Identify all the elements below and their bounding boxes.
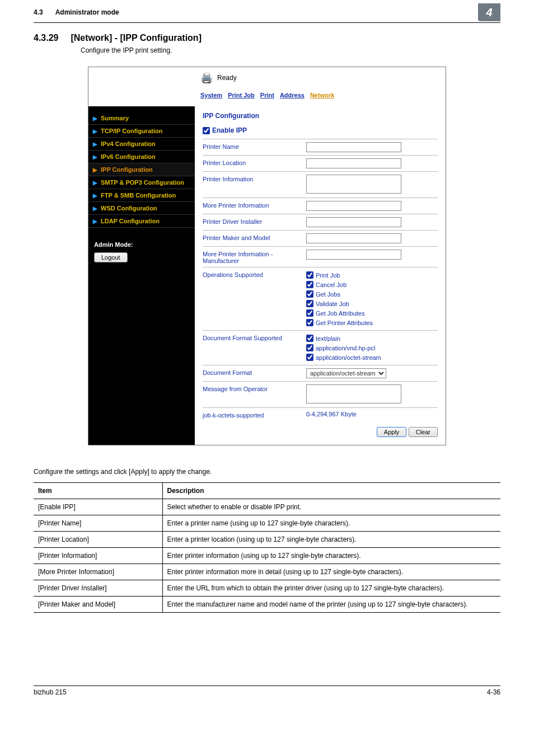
chk-validate-job[interactable] bbox=[306, 300, 313, 307]
chk-label: application/octet-stream bbox=[316, 354, 381, 361]
table-row: [Printer Driver Installer]Enter the URL … bbox=[34, 580, 500, 597]
tabs-row: System Print Job Print Address Network bbox=[200, 92, 440, 98]
content-pane: IPP Configuration Enable IPP Printer Nam… bbox=[195, 106, 446, 445]
label-more-printer-info: More Printer Information bbox=[203, 201, 306, 209]
configure-instruction: Configure the settings and click [Apply]… bbox=[34, 468, 500, 476]
chk-label: Print Job bbox=[316, 272, 340, 279]
enable-ipp-row: Enable IPP bbox=[203, 125, 438, 135]
td-item: [Enable IPP] bbox=[34, 499, 162, 515]
section-heading: 4.3.29 [Network] - [IPP Configuration] bbox=[34, 33, 500, 43]
clear-button[interactable]: Clear bbox=[409, 427, 438, 437]
row-more-printer-info: More Printer Information bbox=[203, 198, 438, 214]
value-job-k-octets: 0-4,294,967 Kbyte bbox=[306, 411, 438, 417]
sidebar-item-ipv4[interactable]: ▶IPv4 Configuration bbox=[88, 138, 195, 151]
row-docfmt-select: Document Format application/octet-stream bbox=[203, 365, 438, 381]
chk-label: Validate Job bbox=[316, 300, 349, 307]
input-more-info-manuf[interactable] bbox=[306, 250, 401, 260]
label-driver-installer: Printer Driver Installer bbox=[203, 217, 306, 225]
enable-ipp-label: Enable IPP bbox=[212, 126, 247, 134]
chk-vnd-hp-pcl[interactable] bbox=[306, 344, 313, 351]
footer-left: bizhub 215 bbox=[34, 688, 67, 696]
input-maker-model[interactable] bbox=[306, 233, 401, 243]
chevron-right-icon: ▶ bbox=[93, 205, 97, 212]
row-printer-name: Printer Name bbox=[203, 139, 438, 155]
chk-text-plain[interactable] bbox=[306, 335, 313, 342]
sidebar-item-summary[interactable]: ▶Summary bbox=[88, 112, 195, 125]
input-driver-installer[interactable] bbox=[306, 217, 401, 227]
sidebar-item-wsd[interactable]: ▶WSD Configuration bbox=[88, 202, 195, 215]
th-item: Item bbox=[34, 483, 162, 499]
label-printer-location: Printer Location bbox=[203, 158, 306, 166]
chk-label: Cancel Job bbox=[316, 281, 346, 288]
sidebar-item-label: LDAP Configuration bbox=[101, 218, 160, 224]
sidebar-item-label: IPv4 Configuration bbox=[101, 140, 156, 147]
th-desc: Description bbox=[162, 483, 500, 499]
sidebar-item-label: SMTP & POP3 Configuration bbox=[101, 179, 184, 186]
input-message-operator[interactable] bbox=[306, 384, 401, 403]
input-printer-name[interactable] bbox=[306, 142, 401, 152]
chevron-right-icon: ▶ bbox=[93, 154, 97, 160]
chk-octet-stream[interactable] bbox=[306, 354, 313, 361]
table-row: [Printer Maker and Model]Enter the manuf… bbox=[34, 597, 500, 613]
status-ready-label: Ready bbox=[217, 74, 237, 82]
table-row: [Enable IPP]Select whether to enable or … bbox=[34, 499, 500, 515]
section-number: 4.3.29 bbox=[34, 33, 58, 43]
admin-mode-label: Admin Mode: bbox=[88, 228, 195, 252]
button-row: Apply Clear bbox=[203, 421, 438, 437]
input-more-printer-info[interactable] bbox=[306, 201, 401, 211]
td-desc: Enter the URL from which to obtain the p… bbox=[162, 580, 500, 597]
sidebar-item-label: IPv6 Configuration bbox=[101, 153, 156, 160]
page-footer: bizhub 215 4-36 bbox=[34, 685, 500, 696]
row-job-k-octets: job-k-octets-supported 0-4,294,967 Kbyte bbox=[203, 407, 438, 421]
sidebar-item-ipv6[interactable]: ▶IPv6 Configuration bbox=[88, 151, 195, 163]
description-table: Item Description [Enable IPP]Select whet… bbox=[34, 482, 500, 613]
td-item: [Printer Maker and Model] bbox=[34, 597, 162, 613]
sidebar-item-smtp-pop3[interactable]: ▶SMTP & POP3 Configuration bbox=[88, 176, 195, 189]
td-desc: Enter a printer location (using up to 12… bbox=[162, 532, 500, 548]
td-item: [Printer Name] bbox=[34, 515, 162, 532]
chevron-right-icon: ▶ bbox=[93, 115, 97, 121]
label-message-operator: Message from Operator bbox=[203, 384, 306, 392]
tab-print[interactable]: Print bbox=[260, 92, 274, 98]
chk-get-printer-attr[interactable] bbox=[306, 319, 313, 326]
input-printer-information[interactable] bbox=[306, 175, 401, 194]
select-docfmt[interactable]: application/octet-stream bbox=[306, 368, 386, 378]
input-printer-location[interactable] bbox=[306, 158, 401, 168]
content-heading: IPP Configuration bbox=[203, 112, 438, 120]
chevron-right-icon: ▶ bbox=[93, 218, 97, 224]
chk-cancel-job[interactable] bbox=[306, 281, 313, 288]
logout-button[interactable]: Logout bbox=[94, 252, 128, 262]
row-maker-model: Printer Maker and Model bbox=[203, 230, 438, 246]
sidebar-item-ipp[interactable]: ▶IPP Configuration bbox=[88, 163, 195, 176]
tab-address[interactable]: Address bbox=[280, 92, 305, 98]
row-printer-location: Printer Location bbox=[203, 155, 438, 171]
sidebar-item-ldap[interactable]: ▶LDAP Configuration bbox=[88, 215, 195, 228]
row-driver-installer: Printer Driver Installer bbox=[203, 214, 438, 230]
chevron-right-icon: ▶ bbox=[93, 180, 97, 186]
td-item: [Printer Driver Installer] bbox=[34, 580, 162, 597]
table-row: [More Printer Information]Enter printer … bbox=[34, 564, 500, 580]
chk-get-jobs[interactable] bbox=[306, 290, 313, 298]
apply-button[interactable]: Apply bbox=[377, 427, 407, 437]
row-docfmt-supported: Document Format Supported text/plain app… bbox=[203, 330, 438, 365]
label-printer-information: Printer Information bbox=[203, 175, 306, 182]
tab-network[interactable]: Network bbox=[310, 92, 334, 98]
sidebar-item-ftp-smb[interactable]: ▶FTP & SMB Configuration bbox=[88, 189, 195, 202]
printer-icon: 🖨️ bbox=[200, 72, 213, 84]
sidebar-item-label: Summary bbox=[101, 115, 129, 121]
row-ops-supported: Operations Supported Print Job Cancel Jo… bbox=[203, 267, 438, 330]
tab-print-job[interactable]: Print Job bbox=[228, 92, 255, 98]
sidebar-item-tcpip[interactable]: ▶TCP/IP Configuration bbox=[88, 125, 195, 138]
td-desc: Enter printer information (using up to 1… bbox=[162, 548, 500, 564]
td-desc: Select whether to enable or disable IPP … bbox=[162, 499, 500, 515]
row-more-info-manuf: More Printer Information - Manufacturer bbox=[203, 246, 438, 267]
enable-ipp-checkbox[interactable] bbox=[203, 127, 210, 134]
label-docfmt-supported: Document Format Supported bbox=[203, 334, 306, 341]
td-desc: Enter the manufacturer name and model na… bbox=[162, 597, 500, 613]
row-printer-information: Printer Information bbox=[203, 171, 438, 198]
td-item: [Printer Information] bbox=[34, 548, 162, 564]
chevron-right-icon: ▶ bbox=[93, 141, 97, 147]
chk-print-job[interactable] bbox=[306, 271, 313, 279]
chk-get-job-attr[interactable] bbox=[306, 309, 313, 317]
tab-system[interactable]: System bbox=[200, 92, 222, 98]
